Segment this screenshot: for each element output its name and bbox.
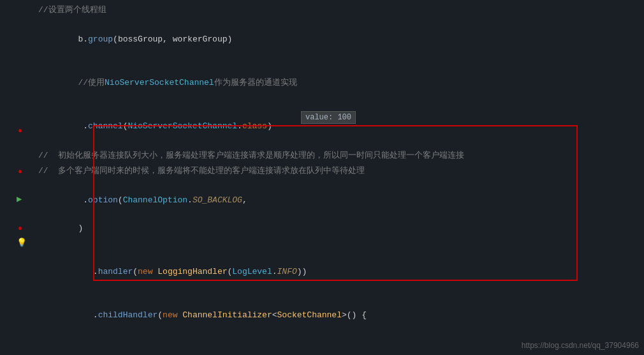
line-text-10: @Override <box>38 338 154 355</box>
code-line-7: .option(ChannelOption.SO_BACKLOG, ) <box>13 179 644 250</box>
line-text-7: .option(ChannelOption.SO_BACKLOG, ) <box>38 179 247 250</box>
line-text-8: .handler(new LoggingHandler(LogLevel.INF… <box>38 251 307 293</box>
line-text-2: b.group(bossGroup, workerGroup) <box>38 19 232 61</box>
code-area: value: 100 //设置两个线程组 b.group(bossGroup, … <box>13 0 644 355</box>
watermark: https://blog.csdn.net/qq_37904966 <box>522 341 639 350</box>
line-text-1: //设置两个线程组 <box>38 3 106 17</box>
tooltip-value: value: 100 <box>301 111 356 124</box>
breakpoint-icon-3[interactable]: ● <box>18 223 22 233</box>
line-text-5: // 初始化服务器连接队列大小，服务端处理客户端连接请求是顺序处理的，所以同一时… <box>38 149 464 163</box>
line-text-9: .childHandler(new ChannelInitializer<Soc… <box>38 294 367 336</box>
line-text-6: // 多个客户端同时来的时候，服务端将不能处理的客户端连接请求放在队列中等待处理 <box>38 164 365 178</box>
editor-container: value: 100 //设置两个线程组 b.group(bossGroup, … <box>0 0 644 355</box>
watermark-text: https://blog.csdn.net/qq_37904966 <box>522 341 639 350</box>
code-line-8: .handler(new LoggingHandler(LogLevel.INF… <box>13 250 644 294</box>
code-line-1: //设置两个线程组 <box>13 3 644 18</box>
line-text-4: .channel(NioServerSocketChannel.class) <box>38 105 272 147</box>
code-line-2: b.group(bossGroup, workerGroup) <box>13 18 644 61</box>
bulb-icon[interactable]: 💡 <box>17 238 27 248</box>
code-line-3: //使用NioServerSocketChannel作为服务器的通道实现 <box>13 61 644 105</box>
breakpoint-icon-2[interactable]: ● <box>18 167 22 176</box>
run-arrow-icon[interactable]: ▶ <box>17 193 22 204</box>
tooltip-text: value: 100 <box>305 113 351 122</box>
code-line-5: // 初始化服务器连接队列大小，服务端处理客户端连接请求是顺序处理的，所以同一时… <box>13 148 644 163</box>
gutter-left <box>0 0 13 355</box>
code-line-9: .childHandler(new ChannelInitializer<Soc… <box>13 294 644 337</box>
breakpoint-icon[interactable]: ● <box>18 126 22 135</box>
code-line-6: // 多个客户端同时来的时候，服务端将不能处理的客户端连接请求放在队列中等待处理 <box>13 163 644 179</box>
line-text-3: //使用NioServerSocketChannel作为服务器的通道实现 <box>38 62 297 104</box>
